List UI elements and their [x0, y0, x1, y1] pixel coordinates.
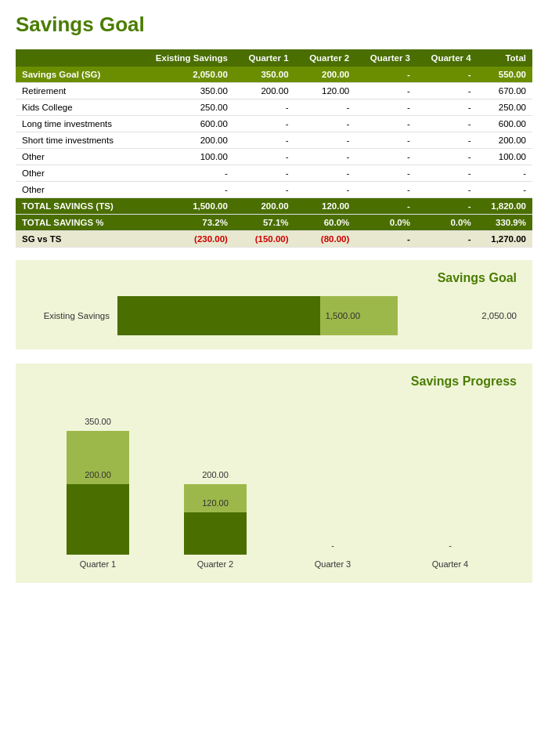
actual-top-label: 200.00: [85, 470, 111, 479]
sg-existing: 2,050.00: [136, 67, 234, 83]
col-header-q1: Quarter 1: [234, 49, 295, 67]
goal-bar-dark-value: 1,500.00: [325, 311, 360, 320]
goal-bar-label: Existing Savings: [31, 311, 110, 320]
pct-label: TOTAL SAVINGS %: [16, 215, 136, 231]
col-header-existing: Existing Savings: [136, 49, 234, 67]
actual-bar: 200.00: [67, 484, 129, 555]
col-header-q4: Quarter 4: [416, 49, 478, 67]
bar-group-q2: 200.00120.00Quarter 2: [168, 414, 262, 569]
savings-table: Existing Savings Quarter 1 Quarter 2 Qua…: [16, 49, 532, 248]
goal-bar-track: 1,500.00: [117, 296, 467, 335]
goal-chart-title: Savings Goal: [31, 271, 517, 285]
goal-top-label: 200.00: [202, 470, 229, 479]
table-row-vs: SG vs TS (230.00) (150.00) (80.00) - - 1…: [16, 231, 532, 248]
row-label: Other: [16, 182, 136, 198]
row-label: Short time investments: [16, 132, 136, 149]
row-label: Other: [16, 165, 136, 182]
table-row-sg: Savings Goal (SG) 2,050.00 350.00 200.00…: [16, 67, 532, 83]
col-header-name: [16, 49, 136, 67]
bar-quarter-label: Quarter 3: [315, 559, 351, 569]
row-label: Kids College: [16, 99, 136, 116]
table-row: Retirement 350.00 200.00 120.00 - - 670.…: [16, 83, 532, 99]
row-label: Long time investments: [16, 116, 136, 132]
goal-bar-chart: Existing Savings 1,500.00 2,050.00: [31, 296, 517, 335]
col-header-q3: Quarter 3: [355, 49, 416, 67]
table-row-pct: TOTAL SAVINGS % 73.2% 57.1% 60.0% 0.0% 0…: [16, 215, 532, 231]
bar-quarter-label: Quarter 2: [197, 559, 233, 569]
goal-bar-dark: [117, 296, 320, 335]
sg-q2: 200.00: [295, 67, 356, 83]
table-row: Other - - - - - -: [16, 182, 532, 198]
table-row: Kids College 250.00 - - - - 250.00: [16, 99, 532, 116]
sg-total: 550.00: [478, 67, 532, 83]
goal-bar: 200.00120.00: [184, 484, 247, 555]
sg-q4: -: [416, 67, 478, 83]
col-header-q2: Quarter 2: [295, 49, 356, 67]
goal-bar-light: 1,500.00: [320, 296, 397, 335]
actual-top-label: 120.00: [202, 498, 229, 508]
sg-q1: 350.00: [234, 67, 295, 83]
goal-top-label: 350.00: [85, 417, 111, 426]
bar-dash-label: -: [449, 541, 452, 550]
actual-bar: 120.00: [184, 512, 247, 555]
row-label: Other: [16, 149, 136, 165]
table-row: Short time investments 200.00 - - - - 20…: [16, 132, 532, 149]
bar-group-q1: 350.00200.00Quarter 1: [51, 414, 145, 569]
table-row: Other - - - - - -: [16, 165, 532, 182]
col-header-total: Total: [478, 49, 532, 67]
progress-chart-section: Savings Progress 350.00200.00Quarter 120…: [16, 364, 532, 583]
table-row-totals: TOTAL SAVINGS (TS) 1,500.00 200.00 120.0…: [16, 198, 532, 215]
bar-quarter-label: Quarter 1: [80, 559, 116, 569]
sg-label: Savings Goal (SG): [16, 67, 136, 83]
bar-quarter-label: Quarter 4: [432, 559, 468, 569]
row-label: Retirement: [16, 83, 136, 99]
totals-label: TOTAL SAVINGS (TS): [16, 198, 136, 215]
page-title: Savings Goal: [16, 13, 532, 37]
goal-bar-end-value: 2,050.00: [481, 311, 517, 320]
progress-bar-chart: 350.00200.00Quarter 1200.00120.00Quarter…: [31, 412, 517, 569]
table-row: Other 100.00 - - - - 100.00: [16, 149, 532, 165]
goal-chart-section: Savings Goal Existing Savings 1,500.00 2…: [16, 260, 532, 349]
progress-chart-title: Savings Progress: [31, 374, 517, 389]
bar-group-q3: -Quarter 3: [286, 414, 380, 569]
sg-q3: -: [355, 67, 416, 83]
vs-label: SG vs TS: [16, 231, 136, 248]
goal-bar: 350.00200.00: [67, 431, 129, 555]
bar-group-q4: -Quarter 4: [403, 414, 497, 569]
table-row: Long time investments 600.00 - - - - 600…: [16, 116, 532, 132]
bar-dash-label: -: [331, 541, 334, 550]
